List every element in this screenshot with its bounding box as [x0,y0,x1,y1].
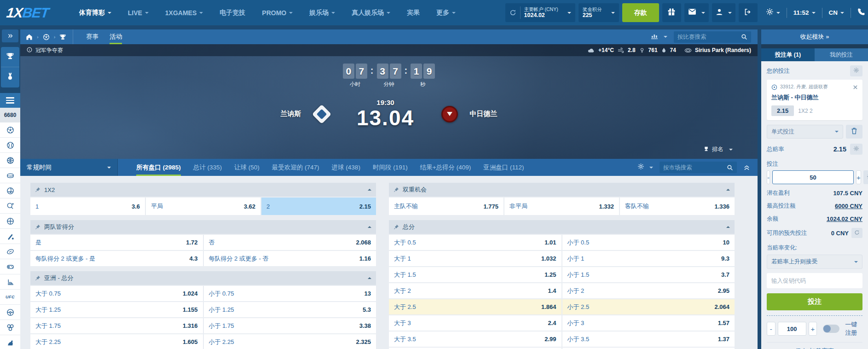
odds-cell[interactable]: 小于 1.255.3 [204,302,376,317]
odds-cell[interactable]: 小于 19.3 [562,251,735,266]
wallet-box[interactable]: 主要帐户 (CNY)1024.02 [505,3,575,22]
odds-cell[interactable]: 小于 31.57 [562,315,735,331]
nav-item[interactable]: 真人娱乐场 [352,9,390,17]
favorites-button[interactable] [1,67,19,87]
sidebar-sport-esports[interactable] [0,259,20,274]
settings-button[interactable] [766,8,780,17]
odds-settings-button[interactable] [850,144,862,155]
sidebar-sport-ice-hockey[interactable] [0,168,20,183]
nav-item[interactable]: 体育博彩 [79,9,111,17]
odds-cell[interactable]: 大于 0.51.01 [389,235,561,250]
nav-item[interactable]: PROMO [262,9,293,17]
odds-cell[interactable]: 否2.068 [204,235,376,250]
market-tab[interactable]: 结果+总得分 (409) [420,159,471,176]
pin-icon[interactable] [393,224,399,230]
odds-cell[interactable]: 非平局1.332 [504,198,619,215]
collapse-module-button[interactable]: 收起模块 » [761,29,868,44]
odds-cell[interactable]: 大于 2.51.864 [389,299,561,314]
pin-icon[interactable] [35,187,41,192]
stake-settings-button[interactable] [863,170,868,184]
odds-cell[interactable]: 13.6 [30,198,145,215]
sidebar-sport-american-football[interactable] [0,244,20,259]
market-panel-header[interactable]: 双重机会 [389,183,735,197]
sidebar-sport-futsal[interactable] [0,214,20,229]
bonus-box[interactable]: 奖金积分225 [579,3,619,22]
odds-cell[interactable]: 大于 1.51.25 [389,267,561,282]
pin-icon[interactable] [35,275,41,281]
odds-cell[interactable]: 平局3.62 [146,198,260,215]
market-settings-button[interactable] [637,163,653,172]
odds-cell[interactable]: 小于 0.7513 [204,286,376,301]
league-trophy-icon[interactable] [59,34,66,41]
logout-button[interactable] [739,3,758,22]
market-tab[interactable]: 总计 (335) [193,159,222,176]
sidebar-sport-auto-racing[interactable] [0,305,20,320]
collapse-all-icon[interactable] [743,164,750,171]
odds-cell[interactable]: 小于 3.51.37 [562,332,735,347]
pin-icon[interactable] [35,224,41,230]
subnav-tab[interactable]: 活动 [104,29,127,44]
odds-cell[interactable]: 小于 22.95 [562,283,735,298]
nav-item[interactable]: 娱乐场 [309,9,335,17]
period-dropdown[interactable]: 常规时间 [20,159,118,176]
market-tab[interactable]: 让球 (50) [234,159,260,176]
odds-cell[interactable]: 每队得分 2 或更多 - 是4.3 [30,251,203,266]
time-selector[interactable]: 11:52 [793,9,816,16]
profile-button[interactable] [712,3,735,22]
phone-button[interactable] [857,8,865,17]
market-panel-header[interactable]: 总分 [389,220,735,234]
save-load-link[interactable]: 保存/加载赛事 [767,347,862,349]
odds-cell[interactable]: 大于 32.4 [389,315,561,331]
market-panel-header[interactable]: 亚洲 - 总分 [30,271,376,285]
chevron-up-icon[interactable] [726,189,730,191]
promo-code-input[interactable] [767,273,862,288]
balance-value[interactable]: 1024.02 CNY [827,215,862,222]
odds-cell[interactable]: 大于 2.251.605 [30,334,203,349]
odds-cell[interactable]: 大于 3.52.99 [389,332,561,347]
sidebar-sport-football[interactable] [0,122,20,138]
tournaments-button[interactable] [1,47,19,67]
stake-plus-button[interactable]: + [856,170,861,184]
messages-button[interactable] [684,3,709,22]
deposit-button[interactable]: 存款 [622,3,659,22]
odds-cell[interactable]: 小于 1.53.7 [562,267,735,282]
odds-cell[interactable]: 大于 1.751.316 [30,318,203,333]
ranking-button[interactable]: 排名 [703,145,733,153]
odds-change-dropdown[interactable]: 若赔率上升则接受 [767,255,862,269]
market-tab[interactable]: 最受欢迎的 (747) [272,159,319,176]
language-selector[interactable]: CN [829,9,845,16]
nav-item[interactable]: 宾果 [407,9,420,17]
sidebar-sport-horse-racing[interactable] [0,335,20,349]
odds-cell[interactable]: 大于 11.032 [389,251,561,266]
nav-item[interactable]: 电子竞技 [220,9,245,17]
one-click-bet-toggle[interactable] [823,325,839,333]
odds-cell[interactable]: 小于 0.510 [562,235,735,250]
place-bet-button[interactable]: 投注 [767,293,862,310]
pin-icon[interactable] [393,187,399,192]
search-icon[interactable] [741,34,747,40]
chevron-up-icon[interactable] [726,226,730,228]
odds-cell[interactable]: 小于 2.252.325 [204,334,376,349]
market-search-input[interactable] [663,164,727,171]
odds-cell[interactable]: 大于 1.251.155 [30,302,203,317]
market-tab[interactable]: 时间段 (191) [373,159,408,176]
remove-bet-icon[interactable] [853,85,858,90]
clear-betslip-button[interactable] [846,125,862,139]
search-icon[interactable] [727,164,733,171]
odds-cell[interactable]: 主队不输1.775 [389,198,503,215]
market-panel-header[interactable]: 两队皆得分 [30,220,376,234]
nav-item[interactable]: 1XGAMES [165,9,203,17]
sidebar-sport-tennis[interactable] [0,138,20,153]
stake-minus-button[interactable]: - [767,170,770,184]
betslip-settings-button[interactable] [850,65,862,76]
sidebar-sport-lottery[interactable] [0,320,20,335]
statistics-button[interactable] [651,33,667,41]
odds-cell[interactable]: 小于 2.52.064 [562,299,735,314]
odds-cell[interactable]: 每队得分 2 或更多 - 否1.16 [204,251,376,266]
market-panel-header[interactable]: 1X2 [30,183,376,197]
expand-rail-button[interactable] [2,29,18,42]
subnav-tab[interactable]: 赛事 [81,29,104,44]
stake-input[interactable] [772,170,854,184]
chevron-up-icon[interactable] [368,277,371,279]
odds-cell[interactable]: 大于 0.751.024 [30,286,203,301]
